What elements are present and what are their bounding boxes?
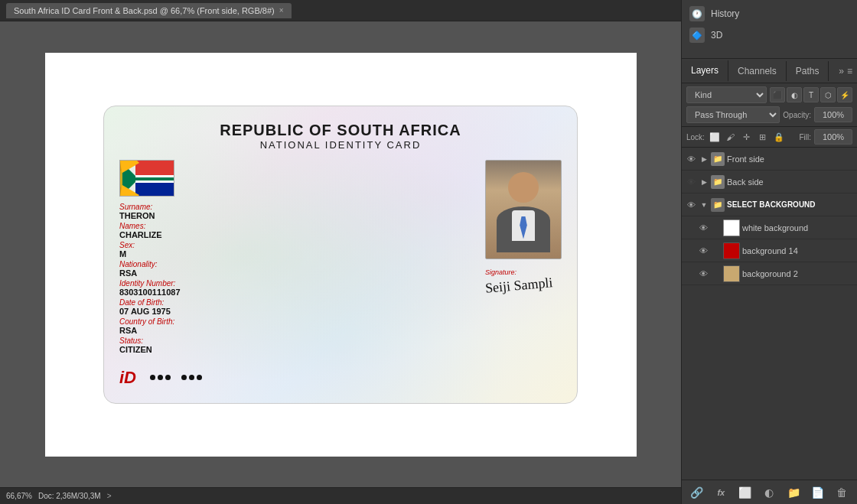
kind-select[interactable]: Kind	[686, 86, 767, 103]
fx-button[interactable]: fx	[712, 483, 730, 502]
names-value: CHARLIZE	[119, 230, 476, 239]
layer-eye-bg14[interactable]: 👁	[697, 245, 709, 257]
3d-panel-item[interactable]: 🔷 3D	[685, 24, 854, 46]
lock-pixel-icon[interactable]: 🖌	[724, 130, 738, 144]
layer-item-select-bg[interactable]: 👁 ▼ 📁 SELECT BACKGROUND	[682, 193, 857, 216]
dob-label: Date of Birth:	[119, 298, 476, 307]
panel-expand-icon[interactable]: »	[839, 66, 844, 76]
sa-flag	[119, 160, 174, 197]
nationality-label: Nationality:	[119, 260, 476, 268]
main-area: South Africa ID Card Front & Back.psd @ …	[0, 0, 681, 504]
layer-thumb-white-bg	[723, 219, 740, 236]
id-fields: Surname: THERON Names: CHARLIZE Sex: M N…	[119, 203, 476, 354]
cob-label: Country of Birth:	[119, 317, 476, 326]
new-group-button[interactable]: 📁	[784, 483, 803, 502]
title-tab[interactable]: South Africa ID Card Front & Back.psd @ …	[6, 3, 292, 18]
dot-2	[158, 375, 163, 380]
svg-rect-6	[135, 177, 174, 180]
layer-item-white-bg[interactable]: 👁 white background	[682, 216, 857, 239]
barcode-dots	[150, 375, 202, 380]
layer-eye-select-bg[interactable]: 👁	[685, 199, 697, 211]
layer-eye-front-side[interactable]: 👁	[685, 153, 697, 165]
layer-item-bg2[interactable]: 👁 backgoround 2	[682, 262, 857, 285]
layer-eye-bg2[interactable]: 👁	[697, 268, 709, 280]
add-mask-button[interactable]: ⬜	[736, 483, 754, 502]
opacity-label: Opacity:	[783, 111, 811, 119]
layer-name-bg2: backgoround 2	[742, 269, 854, 278]
layer-item-bg14[interactable]: 👁 background 14	[682, 239, 857, 262]
fields-col: Surname: THERON Names: CHARLIZE Sex: M N…	[119, 160, 476, 356]
panel-bottom: 🔗 fx ⬜ ◐ 📁 📄 🗑	[682, 480, 857, 504]
kind-icon-adjust[interactable]: ◐	[787, 87, 802, 102]
person-shirt	[512, 210, 535, 241]
svg-rect-5	[135, 175, 174, 177]
3d-label: 3D	[711, 30, 722, 41]
signature-area: Signature: Seiji Sampli	[485, 268, 562, 294]
history-panel-item[interactable]: 🕐 History	[685, 3, 854, 24]
kind-icon-type[interactable]: T	[803, 87, 819, 102]
panel-menu-icon[interactable]: ≡	[847, 66, 852, 76]
surname-label: Surname:	[119, 203, 476, 211]
layer-name-front-side: Front side	[727, 154, 854, 164]
link-layers-button[interactable]: 🔗	[688, 483, 706, 502]
status-arrow-button[interactable]: >	[107, 492, 112, 500]
delete-layer-button[interactable]: 🗑	[833, 483, 851, 502]
person-body	[497, 206, 550, 252]
opacity-row: Opacity:	[783, 107, 852, 122]
kind-icons: ⬛ ◐ T ⬡ ⚡	[770, 87, 852, 102]
sex-value: M	[119, 249, 476, 259]
card-photo	[485, 160, 562, 259]
tab-paths[interactable]: Paths	[787, 61, 829, 81]
panel-tab-icons: » ≡	[839, 66, 857, 76]
lock-position-icon[interactable]: ✛	[740, 130, 754, 144]
blend-mode-select[interactable]: Pass Through	[686, 106, 780, 123]
lock-label: Lock:	[686, 133, 705, 141]
status-value: CITIZEN	[119, 345, 476, 354]
lock-all-icon[interactable]: 🔒	[772, 130, 786, 144]
card-right-col: Signature: Seiji Sampli	[485, 160, 562, 356]
id-card: REPUBLIC OF SOUTH AFRICA NATIONAL IDENTI…	[103, 106, 578, 404]
kind-icon-pixel[interactable]: ⬛	[770, 87, 785, 102]
dot-1	[150, 375, 155, 380]
card-subtitle: NATIONAL IDENTITY CARD	[119, 139, 562, 151]
title-bar: South Africa ID Card Front & Back.psd @ …	[0, 0, 681, 21]
layer-folder-back-side: 📁	[711, 175, 725, 189]
svg-rect-8	[135, 183, 174, 197]
surname-value: THERON	[119, 211, 476, 220]
layer-name-white-bg: white background	[742, 223, 854, 232]
tab-layers[interactable]: Layers	[682, 60, 728, 82]
layer-arrow-select-bg[interactable]: ▼	[699, 200, 709, 210]
lock-row: Lock: ⬜ 🖌 ✛ ⊞ 🔒 Fill:	[682, 127, 857, 148]
id-number-value: 8303100111087	[119, 288, 476, 297]
new-layer-button[interactable]: 📄	[809, 483, 827, 502]
card-title: REPUBLIC OF SOUTH AFRICA	[119, 122, 562, 139]
fill-input[interactable]	[814, 129, 852, 145]
layer-item-front-side[interactable]: 👁 ▶ 📁 Front side	[682, 148, 857, 171]
layer-arrow-front-side[interactable]: ▶	[699, 154, 709, 164]
tab-channels[interactable]: Channels	[728, 61, 787, 81]
lock-artboard-icon[interactable]: ⊞	[756, 130, 770, 144]
lock-transparent-icon[interactable]: ⬜	[708, 130, 722, 144]
adjustment-button[interactable]: ◐	[760, 483, 778, 502]
kind-icon-smart[interactable]: ⚡	[837, 87, 852, 102]
history-label: History	[711, 8, 739, 19]
layer-eye-white-bg[interactable]: 👁	[697, 222, 709, 234]
layer-folder-front-side: 📁	[711, 152, 725, 166]
kind-icon-shape[interactable]: ⬡	[820, 87, 836, 102]
layer-arrow-back-side[interactable]: ▶	[699, 177, 709, 187]
close-tab-button[interactable]: ×	[279, 6, 284, 15]
dot-3	[165, 375, 171, 380]
layer-name-select-bg: SELECT BACKGROUND	[727, 200, 854, 209]
person-head	[508, 172, 539, 203]
cob-value: RSA	[119, 326, 476, 335]
panel-tabs: Layers Channels Paths » ≡	[682, 59, 857, 83]
layers-panel: Layers Channels Paths » ≡ Kind ⬛ ◐	[682, 59, 857, 504]
person-tie	[519, 216, 528, 239]
layer-eye-back-side[interactable]: 👁	[685, 176, 697, 188]
history-panel: 🕐 History 🔷 3D	[682, 0, 857, 59]
card-header: REPUBLIC OF SOUTH AFRICA NATIONAL IDENTI…	[119, 122, 562, 151]
opacity-input[interactable]	[814, 107, 852, 122]
status-label: Status:	[119, 337, 476, 345]
layer-item-back-side[interactable]: 👁 ▶ 📁 Back side	[682, 171, 857, 193]
lock-icons: ⬜ 🖌 ✛ ⊞ 🔒	[708, 130, 786, 144]
